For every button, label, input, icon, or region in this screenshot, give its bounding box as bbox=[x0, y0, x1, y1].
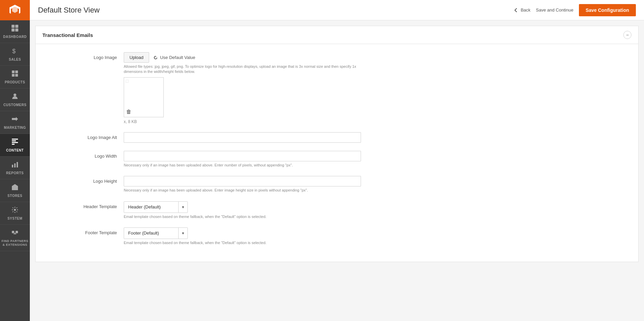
header-template-help: Email template chosen based on theme fal… bbox=[124, 214, 368, 219]
svg-rect-10 bbox=[12, 139, 18, 140]
logo-height-row: Logo Height Necessary only if an image h… bbox=[49, 176, 625, 193]
sidebar-item-stores[interactable]: STORES bbox=[0, 179, 30, 202]
magento-logo bbox=[0, 0, 30, 20]
svg-rect-1 bbox=[15, 25, 18, 28]
sidebar-item-system[interactable]: SYSTEM bbox=[0, 202, 30, 225]
top-header: Default Store View Back Save and Continu… bbox=[30, 0, 644, 20]
header-template-control: Header (Default) Custom Header ▾ Email t… bbox=[124, 201, 368, 219]
collapse-button[interactable]: − bbox=[623, 31, 631, 39]
svg-rect-6 bbox=[15, 71, 18, 73]
save-configuration-button[interactable]: Save Configuration bbox=[579, 4, 636, 16]
trash-icon: 🗑 bbox=[126, 109, 132, 115]
svg-rect-11 bbox=[12, 140, 16, 141]
header-template-select[interactable]: Header (Default) Custom Header bbox=[124, 202, 178, 212]
svg-rect-0 bbox=[12, 25, 15, 28]
sidebar-item-dashboard[interactable]: DASHBOARD bbox=[0, 20, 30, 43]
sidebar-item-find-partners[interactable]: FIND PARTNERS & EXTENSIONS bbox=[0, 225, 30, 251]
logo-image-label: Logo Image bbox=[49, 52, 124, 60]
sidebar-item-stores-label: STORES bbox=[7, 194, 22, 198]
logo-height-help: Necessary only if an image has been uplo… bbox=[124, 188, 368, 193]
svg-rect-17 bbox=[14, 187, 16, 190]
sidebar: DASHBOARD $ SALES PRODUCTS CUSTOMERS MAR… bbox=[0, 0, 30, 321]
back-button[interactable]: Back bbox=[513, 7, 530, 13]
footer-template-split-select: Footer (Default) Custom Footer ▾ bbox=[124, 227, 188, 239]
sidebar-item-sales-label: SALES bbox=[9, 58, 21, 61]
svg-rect-15 bbox=[14, 163, 16, 167]
logo-image-alt-row: Logo Image Alt bbox=[49, 132, 625, 143]
svg-rect-21 bbox=[14, 234, 16, 234]
logo-height-control: Necessary only if an image has been uplo… bbox=[124, 176, 368, 193]
upload-row: Upload Use Default Value bbox=[124, 52, 368, 63]
sales-icon: $ bbox=[11, 47, 19, 56]
svg-rect-20 bbox=[16, 231, 18, 233]
customers-icon bbox=[11, 93, 19, 102]
sidebar-item-content-label: CONTENT bbox=[6, 148, 24, 152]
use-default-icon bbox=[153, 55, 158, 60]
header-template-label: Header Template bbox=[49, 201, 124, 209]
sidebar-item-find-partners-label: FIND PARTNERS & EXTENSIONS bbox=[1, 239, 28, 247]
svg-rect-22 bbox=[15, 233, 15, 234]
svg-rect-3 bbox=[15, 28, 18, 32]
svg-rect-12 bbox=[12, 142, 18, 143]
svg-rect-8 bbox=[15, 74, 18, 77]
svg-rect-14 bbox=[12, 165, 13, 167]
products-icon bbox=[11, 70, 19, 79]
use-default-button[interactable]: Use Default Value bbox=[153, 55, 195, 60]
sidebar-item-sales[interactable]: $ SALES bbox=[0, 43, 30, 66]
save-continue-button[interactable]: Save and Continue bbox=[536, 7, 573, 13]
logo-height-input[interactable] bbox=[124, 176, 361, 186]
header-template-row: Header Template Header (Default) Custom … bbox=[49, 201, 625, 219]
sidebar-item-marketing-label: MARKETING bbox=[4, 126, 26, 129]
svg-rect-5 bbox=[12, 71, 15, 73]
sidebar-item-customers[interactable]: CUSTOMERS bbox=[0, 88, 30, 111]
broken-image-indicator: ⬚ bbox=[125, 79, 128, 83]
sidebar-item-system-label: SYSTEM bbox=[7, 217, 22, 220]
sidebar-item-dashboard-label: DASHBOARD bbox=[3, 35, 27, 39]
page-title: Default Store View bbox=[38, 6, 100, 15]
section-body: Logo Image Upload Use Default Value Allo… bbox=[36, 44, 638, 262]
svg-rect-19 bbox=[12, 231, 14, 233]
svg-point-9 bbox=[14, 94, 16, 96]
section-title: Transactional Emails bbox=[42, 32, 93, 38]
marketing-icon bbox=[11, 115, 19, 124]
image-preview: ⬚ 🗑 bbox=[124, 77, 164, 117]
logo-image-alt-input[interactable] bbox=[124, 132, 361, 143]
footer-template-row: Footer Template Footer (Default) Custom … bbox=[49, 227, 625, 245]
content-icon bbox=[11, 138, 19, 147]
footer-template-select[interactable]: Footer (Default) Custom Footer bbox=[124, 228, 178, 238]
svg-rect-13 bbox=[12, 144, 15, 145]
content-area: Transactional Emails − Logo Image Upload bbox=[30, 20, 644, 321]
sidebar-item-products[interactable]: PRODUCTS bbox=[0, 66, 30, 88]
main-area: Default Store View Back Save and Continu… bbox=[30, 0, 644, 321]
footer-template-control: Footer (Default) Custom Footer ▾ Email t… bbox=[124, 227, 368, 245]
sidebar-item-products-label: PRODUCTS bbox=[5, 80, 25, 84]
sidebar-item-content[interactable]: CONTENT bbox=[0, 134, 30, 157]
system-icon bbox=[11, 206, 19, 215]
stores-icon bbox=[11, 183, 19, 193]
logo-image-alt-label: Logo Image Alt bbox=[49, 132, 124, 140]
sidebar-item-marketing[interactable]: MARKETING bbox=[0, 111, 30, 134]
back-arrow-icon bbox=[513, 7, 519, 13]
footer-template-dropdown-arrow[interactable]: ▾ bbox=[179, 228, 187, 238]
sidebar-item-customers-label: CUSTOMERS bbox=[3, 103, 26, 107]
header-template-dropdown-arrow[interactable]: ▾ bbox=[179, 202, 187, 212]
footer-template-help: Email template chosen based on theme fal… bbox=[124, 240, 368, 245]
svg-text:$: $ bbox=[12, 48, 16, 55]
find-partners-icon bbox=[11, 229, 19, 238]
logo-width-label: Logo Width bbox=[49, 151, 124, 159]
delete-image-button[interactable]: 🗑 bbox=[126, 109, 132, 115]
logo-image-alt-control bbox=[124, 132, 368, 143]
svg-rect-16 bbox=[17, 162, 18, 167]
logo-width-input[interactable] bbox=[124, 151, 361, 161]
logo-height-label: Logo Height bbox=[49, 176, 124, 184]
svg-rect-2 bbox=[12, 28, 15, 32]
logo-width-row: Logo Width Necessary only if an image ha… bbox=[49, 151, 625, 168]
collapse-icon: − bbox=[626, 32, 629, 38]
sidebar-item-reports[interactable]: REPORTS bbox=[0, 157, 30, 179]
upload-button[interactable]: Upload bbox=[124, 52, 149, 63]
logo-image-help: Allowed file types: jpg, jpeg, gif, png.… bbox=[124, 64, 368, 75]
section-header: Transactional Emails − bbox=[36, 26, 638, 44]
file-info: x, 8 KB bbox=[124, 119, 368, 124]
svg-point-18 bbox=[14, 209, 16, 211]
transactional-emails-section: Transactional Emails − Logo Image Upload bbox=[35, 26, 639, 262]
